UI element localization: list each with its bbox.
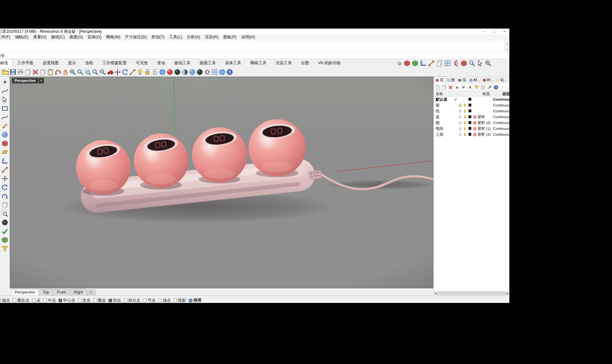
menu-item[interactable]: 变动(T) [149,34,167,40]
layer-lock-icon[interactable] [458,115,463,119]
menu-item[interactable]: 编辑(E) [13,34,31,40]
move-tool-icon[interactable] [1,175,8,182]
pan-icon[interactable] [61,68,69,76]
zoom-dynamic-icon[interactable] [76,68,84,76]
osnap-checkbox[interactable] [93,299,97,302]
shade-tool-icon[interactable] [1,219,8,226]
osnap-checkbox[interactable] [13,299,16,302]
shaded-mode-icon[interactable] [173,68,181,76]
osnap-toggle[interactable]: 垂点 [93,297,106,303]
menu-item[interactable]: 渲染(R) [202,34,221,40]
open-file-icon[interactable] [2,68,9,76]
rectangle-tool-icon[interactable] [1,105,8,112]
osnap-toggle[interactable]: 交点 [78,297,91,303]
point-tool-icon[interactable] [1,79,8,86]
viewport-layout-icon[interactable] [444,59,451,67]
panel-help-icon[interactable] [493,85,499,90]
scale-dimension-icon[interactable] [427,59,435,67]
layer-color-swatch[interactable] [468,121,471,124]
osnap-toggle[interactable]: 节点 [143,297,156,303]
minimize-button[interactable]: ─ [479,29,489,34]
rotate-tool-icon[interactable] [1,184,8,191]
cplane-icon[interactable] [411,59,419,67]
move-icon[interactable] [114,68,121,76]
ribbon-tab[interactable]: 实体工具 [221,59,246,68]
layer-color-swatch[interactable] [468,98,471,101]
layer-visibility-bulb-icon[interactable] [463,115,467,119]
material-swatch[interactable] [473,127,477,131]
rendered-mode-icon[interactable] [188,68,196,76]
zoom-extents-icon[interactable] [91,68,99,76]
viewport-tab[interactable]: Perspective [11,289,39,295]
filter-tool-icon[interactable] [1,245,8,252]
menu-item[interactable]: 曲线(C) [49,34,67,40]
menu-item[interactable]: 曲面(S) [67,34,85,40]
paste-icon[interactable] [46,68,54,76]
ribbon-tab[interactable]: 出图 [297,59,314,68]
material-swatch[interactable] [473,121,477,125]
maximize-button[interactable]: □ [489,29,499,34]
layer-linetype[interactable]: Continuous [493,132,509,136]
panel-horizontal-scrollbar[interactable]: ◀ ▶ [434,291,509,295]
layer-lock-icon[interactable] [458,121,463,125]
menu-item[interactable]: 网格(M) [104,34,122,40]
layer-linetype[interactable]: Continuous [493,109,509,113]
move-down-icon[interactable] [461,85,466,90]
layer-color-swatch[interactable] [468,104,471,107]
grid-options-icon[interactable] [211,68,218,76]
viewport-tab[interactable]: Front [53,289,70,295]
delete-icon[interactable] [32,68,39,76]
align-dimension-icon[interactable] [419,59,427,67]
menu-item[interactable]: 文件(F) [0,34,13,40]
print-icon[interactable] [17,68,24,76]
new-sublayer-icon[interactable] [441,85,447,90]
settings-gear-icon[interactable] [396,60,403,68]
render-icon[interactable] [166,68,173,76]
close-button[interactable]: × [499,29,509,34]
perspective-viewport[interactable]: Perspective ▼ [10,77,433,288]
surface-tool-icon[interactable] [1,149,8,156]
sphere-tool-icon[interactable] [1,131,8,138]
ribbon-tab[interactable]: 可见性 [131,59,153,68]
layer-lock-icon[interactable] [458,109,463,113]
help-icon[interactable] [226,68,233,76]
layer-row[interactable]: 线 [434,108,509,114]
duplicate-icon[interactable] [39,68,46,76]
ribbon-tab[interactable]: 标准 [0,59,13,68]
earth-icon[interactable] [218,68,226,76]
menu-item[interactable]: 说明(H) [239,34,257,40]
save-icon[interactable] [9,68,17,76]
ribbon-tab[interactable]: 显示 [63,59,81,68]
scroll-left-icon[interactable]: ◀ [434,292,436,295]
osnap-toggle[interactable]: 停用 [189,297,201,303]
viewport-title-label[interactable]: Perspective [12,78,38,83]
control-point-tool-icon[interactable] [1,96,8,103]
viewport-layout-icon[interactable] [87,290,96,295]
panel-tab-notes[interactable]: 说... [494,77,507,84]
menu-item[interactable]: 实体(O) [85,34,104,40]
osnap-checkbox[interactable] [143,299,147,302]
layer-linetype[interactable]: Continuous [493,115,509,119]
osnap-toggle[interactable]: 最近点 [13,297,30,303]
ribbon-tab[interactable]: 网格工具 [246,59,271,68]
new-layer-icon[interactable] [435,85,440,90]
layer-color-swatch[interactable] [468,133,471,136]
boolean-tool-icon[interactable] [1,236,8,244]
layer-lock-icon[interactable] [458,132,463,136]
undo-icon[interactable] [54,68,61,76]
osnap-toggle[interactable]: 端点 [0,297,10,303]
unlock-icon[interactable] [151,68,159,76]
rotate-view-icon[interactable] [403,59,411,67]
ribbon-tab[interactable]: 工作视窗配置 [98,59,131,68]
copy-tool-icon[interactable] [1,201,8,208]
lamp-icon[interactable] [136,68,144,76]
layer-linetype[interactable]: Continuous [493,97,509,101]
osnap-toggle[interactable]: 中点 [43,297,56,303]
layer-color-swatch[interactable] [468,109,471,112]
osnap-toggle[interactable]: 投影 [173,297,186,303]
check-tool-icon[interactable] [1,228,8,235]
trim-tool-icon[interactable] [1,210,8,217]
ribbon-tab[interactable]: 变动 [153,59,170,68]
layer-visibility-bulb-icon[interactable] [463,127,467,131]
menu-item[interactable]: 尺寸标注(D) [122,34,149,40]
